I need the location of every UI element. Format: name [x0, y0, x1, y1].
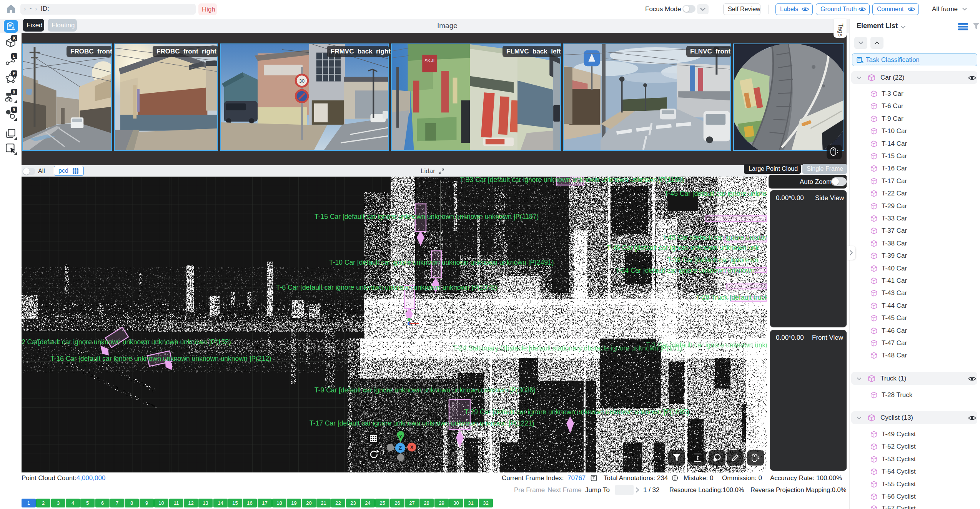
svg-text:Y: Y: [399, 434, 403, 439]
svg-text:SK-II: SK-II: [424, 58, 434, 63]
svg-text:30: 30: [299, 78, 304, 84]
svg-text:X: X: [410, 444, 414, 450]
svg-text:Z: Z: [399, 445, 402, 451]
